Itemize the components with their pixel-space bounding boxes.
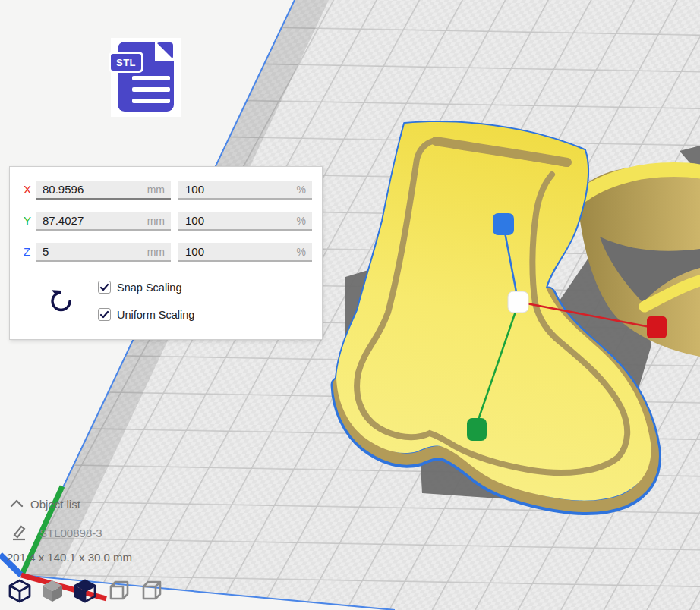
cube-outline-gray-icon bbox=[143, 582, 160, 599]
cube-half-filled-icon bbox=[75, 580, 95, 602]
chevron-up-icon[interactable] bbox=[9, 498, 24, 508]
view-front-button[interactable] bbox=[39, 577, 66, 605]
view-toolbar bbox=[6, 577, 164, 607]
cube-solid-icon bbox=[43, 580, 62, 602]
scale-handle-x[interactable] bbox=[647, 316, 667, 338]
x-size-input[interactable]: 80.9596 mm bbox=[36, 181, 171, 200]
edit-pencil-icon[interactable] bbox=[10, 524, 28, 542]
scale-row-y: Y 87.4027 mm 100 % bbox=[10, 212, 322, 231]
cube-outline-icon bbox=[10, 580, 30, 602]
object-dimensions: 201.4 x 140.1 x 30.0 mm bbox=[7, 551, 132, 564]
scale-row-x: X 80.9596 mm 100 % bbox=[10, 181, 322, 200]
x-scale-percent-input[interactable]: 100 % bbox=[178, 181, 312, 200]
view-3d-button[interactable] bbox=[6, 577, 33, 605]
check-icon bbox=[99, 309, 110, 320]
y-percent-unit: % bbox=[297, 215, 306, 227]
object-list-header[interactable]: Object list bbox=[30, 498, 80, 511]
reset-scale-button[interactable] bbox=[46, 285, 77, 316]
scale-row-z: Z 5 mm 100 % bbox=[10, 243, 322, 262]
snap-scaling-label: Snap Scaling bbox=[117, 281, 181, 294]
scale-handle-center[interactable] bbox=[508, 291, 528, 313]
scale-handle-y[interactable] bbox=[467, 418, 487, 441]
stl-file-icon: STL bbox=[111, 38, 181, 117]
y-scale-percent-input[interactable]: 100 % bbox=[178, 212, 312, 231]
check-icon bbox=[99, 281, 110, 293]
x-percent-unit: % bbox=[297, 184, 306, 196]
x-size-unit: mm bbox=[147, 184, 165, 196]
y-size-input[interactable]: 87.4027 mm bbox=[36, 212, 171, 231]
z-percent-unit: % bbox=[297, 246, 306, 258]
y-size-unit: mm bbox=[147, 215, 165, 227]
x-axis-label: X bbox=[24, 183, 31, 196]
page-fold-icon bbox=[156, 42, 173, 59]
view-top-button[interactable] bbox=[71, 577, 99, 605]
application-window: STL X 80.9596 mm 100 % Y 87.4027 mm 100 … bbox=[0, 0, 700, 610]
y-axis-label: Y bbox=[24, 214, 31, 227]
stl-label: STL bbox=[109, 52, 143, 73]
view-left-button[interactable] bbox=[104, 577, 131, 605]
scale-tool-panel: X 80.9596 mm 100 % Y 87.4027 mm 100 % Z bbox=[9, 166, 323, 340]
cube-corner-icon bbox=[111, 582, 128, 599]
document-icon: STL bbox=[118, 42, 174, 112]
z-size-unit: mm bbox=[147, 246, 165, 258]
checkbox-uniform-scaling[interactable] bbox=[98, 308, 111, 321]
uniform-scaling-label: Uniform Scaling bbox=[117, 309, 194, 321]
z-scale-percent-input[interactable]: 100 % bbox=[178, 243, 312, 262]
reset-arrow-icon bbox=[52, 293, 70, 310]
z-axis-label: Z bbox=[24, 245, 30, 258]
object-name[interactable]: STL00898-3 bbox=[39, 527, 102, 539]
view-right-button[interactable] bbox=[137, 577, 164, 605]
checkbox-snap-scaling[interactable] bbox=[98, 281, 111, 294]
z-size-input[interactable]: 5 mm bbox=[36, 243, 171, 262]
scale-handle-z[interactable] bbox=[493, 213, 514, 235]
